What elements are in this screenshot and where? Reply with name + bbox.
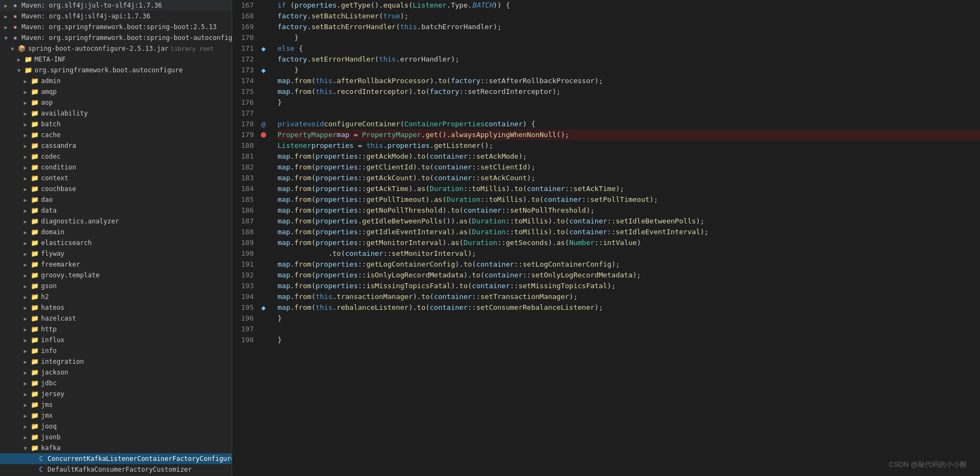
sidebar-item-label: aop <box>41 99 53 106</box>
line-number: 186 <box>234 205 254 216</box>
sidebar-item-maven3[interactable]: ▶ ▪ Maven: org.springframework.boot:spri… <box>0 22 232 32</box>
folder-icon: 📁 <box>30 185 39 193</box>
line-number: 198 <box>234 335 254 345</box>
jar-icon: 📦 <box>17 44 26 53</box>
line-number: 177 <box>234 108 254 119</box>
code-area[interactable]: 1671681691701711721731741751761771781791… <box>232 0 980 476</box>
gutter-cell <box>258 54 269 65</box>
sidebar-item-label: couchbase <box>41 185 76 193</box>
folder-icon: 📁 <box>30 174 39 182</box>
sidebar-item-amqp[interactable]: ▶ 📁 amqp <box>0 86 232 97</box>
code-line: } <box>278 97 980 108</box>
sidebar-item-jar[interactable]: ▼ 📦 spring-boot-autoconfigure-2.5.13.jar… <box>0 43 232 54</box>
sidebar-item-cache[interactable]: ▶ 📁 cache <box>0 130 232 140</box>
sidebar-item-jsonb[interactable]: ▶ 📁 jsonb <box>0 432 232 443</box>
sidebar-item-label: jooq <box>41 423 57 430</box>
sidebar-item-org-pkg[interactable]: ▼ 📁 org.springframework.boot.autoconfigu… <box>0 65 232 76</box>
sidebar-item-diagnostics[interactable]: ▶ 📁 diagnostics.analyzer <box>0 216 232 227</box>
code-line: map.from(properties::getPollTimeout).as(… <box>278 194 980 205</box>
sidebar-item-metainf[interactable]: ▶ 📁 META-INF <box>0 54 232 65</box>
line-number: 180 <box>234 140 254 151</box>
line-number: 195 <box>234 302 254 313</box>
sidebar-item-label: flyway <box>41 250 64 257</box>
sidebar-item-label: h2 <box>41 293 49 301</box>
line-number: 189 <box>234 237 254 248</box>
folder-icon: 📁 <box>30 77 39 85</box>
folder-icon: 📁 <box>30 346 39 355</box>
line-numbers: 1671681691701711721731741751761771781791… <box>232 0 258 476</box>
arrow-icon: ▶ <box>24 100 30 106</box>
line-number: 185 <box>234 194 254 205</box>
sidebar-item-availability[interactable]: ▶ 📁 availability <box>0 108 232 119</box>
sidebar-item-dao[interactable]: ▶ 📁 dao <box>0 194 232 205</box>
sidebar-item-kafka[interactable]: ▼ 📁 kafka <box>0 443 232 453</box>
code-content[interactable]: if (properties.getType().equals(Listener… <box>269 0 980 476</box>
sidebar-item-label: Maven: org.springframework.boot:spring-b… <box>22 34 232 42</box>
line-number: 169 <box>234 22 254 32</box>
sidebar-item-batch[interactable]: ▶ 📁 batch <box>0 119 232 130</box>
folder-icon: 📁 <box>30 195 39 204</box>
gutter-cell <box>258 162 269 173</box>
sidebar-item-context[interactable]: ▶ 📁 context <box>0 173 232 183</box>
sidebar-item-http[interactable]: ▶ 📁 http <box>0 324 232 335</box>
sidebar-item-hateos[interactable]: ▶ 📁 hateos <box>0 302 232 313</box>
sidebar-item-info[interactable]: ▶ 📁 info <box>0 345 232 356</box>
sidebar-item-kafka-file2[interactable]: C DefaultKafkaConsumerFactoryCustomizer <box>0 464 232 475</box>
sidebar-item-label: jmx <box>41 412 53 419</box>
arrow-icon: ▶ <box>24 175 30 181</box>
sidebar-item-elasticsearch[interactable]: ▶ 📁 elasticsearch <box>0 237 232 248</box>
sidebar-item-hazelcast[interactable]: ▶ 📁 hazelcast <box>0 313 232 324</box>
sidebar-item-data[interactable]: ▶ 📁 data <box>0 205 232 216</box>
sidebar-item-jmx[interactable]: ▶ 📁 jmx <box>0 410 232 421</box>
sidebar-item-couchbase[interactable]: ▶ 📁 couchbase <box>0 183 232 194</box>
sidebar-item-jersey[interactable]: ▶ 📁 jersey <box>0 389 232 399</box>
sidebar-item-jackson[interactable]: ▶ 📁 jackson <box>0 367 232 378</box>
folder-icon: 📁 <box>30 98 39 107</box>
arrow-icon: ▶ <box>24 316 30 322</box>
arrow-icon: ▼ <box>4 35 11 41</box>
sidebar-item-gson[interactable]: ▶ 📁 gson <box>0 281 232 291</box>
sidebar-item-jooq[interactable]: ▶ 📁 jooq <box>0 421 232 432</box>
arrow-icon: ▶ <box>24 143 30 149</box>
sidebar-item-condition[interactable]: ▶ 📁 condition <box>0 162 232 173</box>
folder-icon: 📁 <box>30 325 39 334</box>
sidebar-item-flyway[interactable]: ▶ 📁 flyway <box>0 248 232 259</box>
folder-icon: 📁 <box>30 260 39 269</box>
sidebar-item-jdbc[interactable]: ▶ 📁 jdbc <box>0 378 232 389</box>
arrow-icon: ▶ <box>24 305 30 311</box>
sidebar-item-jms[interactable]: ▶ 📁 jms <box>0 399 232 410</box>
gutter-cell <box>258 76 269 86</box>
line-number: 176 <box>234 97 254 108</box>
gutter-cell <box>258 313 269 324</box>
line-number: 168 <box>234 11 254 22</box>
sidebar-item-freemarker[interactable]: ▶ 📁 freemarker <box>0 259 232 270</box>
sidebar-item-label: org.springframework.boot.autoconfigure <box>35 66 183 74</box>
sidebar-item-maven1[interactable]: ▶ ▪ Maven: org.slf4j:jul-to-slf4j:1.7.36 <box>0 0 232 11</box>
arrow-icon: ▶ <box>24 89 30 95</box>
code-line: map.from(properties::getAckCount).to(con… <box>278 173 980 183</box>
code-line: else { <box>278 43 980 54</box>
sidebar-item-maven4[interactable]: ▼ ▪ Maven: org.springframework.boot:spri… <box>0 32 232 43</box>
sidebar-item-domain[interactable]: ▶ 📁 domain <box>0 227 232 237</box>
arrow-icon: ▶ <box>24 327 30 332</box>
arrow-icon: ▶ <box>24 434 30 440</box>
sidebar-item-label: spring-boot-autoconfigure-2.5.13.jar <box>28 45 168 52</box>
folder-icon: 📁 <box>30 379 39 387</box>
sidebar-item-admin[interactable]: ▶ 📁 admin <box>0 76 232 86</box>
line-number: 190 <box>234 248 254 259</box>
sidebar-item-aop[interactable]: ▶ 📁 aop <box>0 97 232 108</box>
sidebar-item-label: influx <box>41 336 64 344</box>
gutter-cell <box>258 270 269 281</box>
arrow-icon: ▶ <box>24 229 30 235</box>
sidebar-item-maven2[interactable]: ▶ ▪ Maven: org.slf4j:slf4j-api:1.7.36 <box>0 11 232 22</box>
file-tree[interactable]: ▶ ▪ Maven: org.slf4j:jul-to-slf4j:1.7.36… <box>0 0 232 476</box>
sidebar-item-groovy-template[interactable]: ▶ 📁 groovy.template <box>0 270 232 281</box>
sidebar-item-cassandra[interactable]: ▶ 📁 cassandra <box>0 140 232 151</box>
arrow-icon: ▶ <box>24 262 30 268</box>
sidebar-item-h2[interactable]: ▶ 📁 h2 <box>0 291 232 302</box>
sidebar-item-influx[interactable]: ▶ 📁 influx <box>0 335 232 345</box>
sidebar-item-label: codec <box>41 153 60 160</box>
sidebar-item-integration[interactable]: ▶ 📁 integration <box>0 356 232 367</box>
sidebar-item-kafka-file1[interactable]: C ConcurrentKafkaListenerContainerFactor… <box>0 453 232 464</box>
sidebar-item-codec[interactable]: ▶ 📁 codec <box>0 151 232 162</box>
